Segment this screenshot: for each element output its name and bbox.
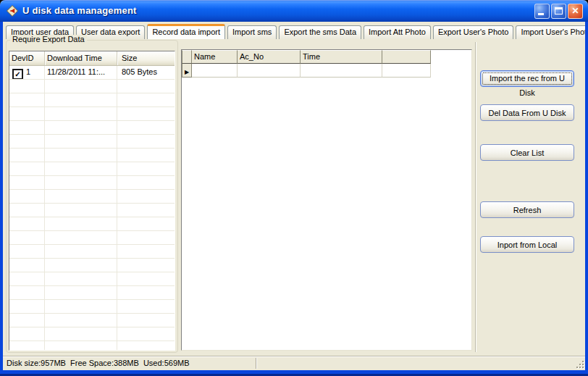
- app-window: U disk data management ✕ Import user dat…: [0, 0, 588, 376]
- checkmark-icon: ✓: [14, 70, 22, 78]
- maximize-button[interactable]: [551, 4, 566, 19]
- column-header-devid[interactable]: DevID: [9, 51, 44, 65]
- download-time-cell: 11/28/2011 11:...: [44, 66, 117, 79]
- empty-row: [9, 245, 175, 259]
- empty-row: [9, 149, 175, 162]
- empty-row: [9, 162, 175, 176]
- column-header-time: Time: [301, 50, 382, 64]
- devid-cell: ✓1: [9, 66, 44, 79]
- inport-from-local-button[interactable]: Inport from Local: [480, 236, 574, 253]
- column-header-name: Name: [192, 50, 238, 64]
- record-grid: Name Ac_No Time ▶: [181, 49, 472, 351]
- empty-row: [9, 121, 175, 135]
- minimize-button[interactable]: [534, 4, 550, 19]
- column-header-acno: Ac_No: [238, 50, 301, 64]
- empty-row: [9, 341, 175, 351]
- window-frame: Import user dataUser data exportRecord d…: [0, 22, 588, 376]
- tab-bar: Import user dataUser data exportRecord d…: [6, 24, 584, 39]
- panel-divider: [475, 42, 476, 352]
- empty-row: [9, 107, 175, 121]
- tab-record-data-import[interactable]: Record data import: [147, 24, 225, 39]
- require-export-table-body: ✓1 11/28/2011 11:... 805 Bytes: [9, 66, 175, 351]
- refresh-button[interactable]: Refresh: [480, 201, 574, 218]
- del-data-from-udisk-button[interactable]: Del Data From U Disk: [480, 104, 574, 121]
- disk-info-text: Disk size:957MB Free Space:388MB Used:56…: [4, 358, 256, 369]
- row-selector-header: [182, 50, 192, 64]
- window-controls: ✕: [534, 4, 583, 19]
- resize-grip-icon[interactable]: [574, 359, 584, 369]
- empty-row: [9, 272, 175, 286]
- require-export-table: DevID Download Time Size ✓1 11/28/2011 1…: [9, 51, 175, 351]
- right-arrow-icon: ▶: [185, 69, 189, 75]
- status-empty-panel: [258, 358, 574, 369]
- empty-row: [9, 93, 175, 107]
- size-cell: 805 Bytes: [117, 66, 175, 79]
- client-area: Import user dataUser data exportRecord d…: [3, 22, 585, 370]
- record-grid-row[interactable]: ▶: [182, 64, 471, 78]
- tab-import-user-s-photo[interactable]: Import User's Photo: [516, 25, 585, 39]
- empty-row: [9, 314, 175, 327]
- empty-row: [9, 204, 175, 217]
- tab-import-att-photo[interactable]: Import Att Photo: [364, 25, 431, 39]
- empty-row: [9, 327, 175, 341]
- empty-row: [9, 80, 175, 93]
- empty-row: [9, 190, 175, 204]
- tab-import-sms[interactable]: Import sms: [227, 25, 277, 39]
- row-checkbox[interactable]: ✓: [12, 69, 23, 79]
- import-rec-from-udisk-button[interactable]: Import the rec from U Disk: [480, 70, 574, 87]
- app-icon: [7, 5, 18, 17]
- row-selector-cell: ▶: [182, 64, 192, 78]
- time-cell: [301, 64, 382, 78]
- status-bar: Disk size:957MB Free Space:388MB Used:56…: [3, 356, 585, 370]
- tab-export-user-s-photo[interactable]: Export User's Photo: [433, 25, 513, 39]
- empty-row: [9, 135, 175, 149]
- record-grid-header: Name Ac_No Time: [182, 50, 471, 64]
- extra-cell: [382, 64, 431, 78]
- tab-export-the-sms-data[interactable]: Export the sms Data: [279, 25, 361, 39]
- column-header-download-time[interactable]: Download Time: [44, 51, 117, 65]
- empty-row: [9, 231, 175, 245]
- window-title: U disk data management: [22, 5, 137, 16]
- empty-row: [9, 259, 175, 272]
- close-icon: ✕: [568, 4, 582, 18]
- close-button[interactable]: ✕: [568, 4, 583, 19]
- disk-info-panel: Disk size:957MB Free Space:388MB Used:56…: [4, 358, 256, 369]
- empty-row: [9, 286, 175, 300]
- name-cell: [192, 64, 238, 78]
- require-export-group-label: Require Export Data: [10, 35, 87, 43]
- column-header-extra: [382, 50, 431, 64]
- acno-cell: [238, 64, 301, 78]
- empty-row: [9, 300, 175, 314]
- table-row[interactable]: ✓1 11/28/2011 11:... 805 Bytes: [9, 66, 175, 80]
- require-export-table-header: DevID Download Time Size: [9, 51, 175, 66]
- empty-row: [9, 176, 175, 190]
- empty-row: [9, 217, 175, 231]
- title-bar[interactable]: U disk data management ✕: [0, 0, 588, 22]
- clear-list-button[interactable]: Clear List: [480, 144, 574, 161]
- column-header-size[interactable]: Size: [117, 51, 175, 65]
